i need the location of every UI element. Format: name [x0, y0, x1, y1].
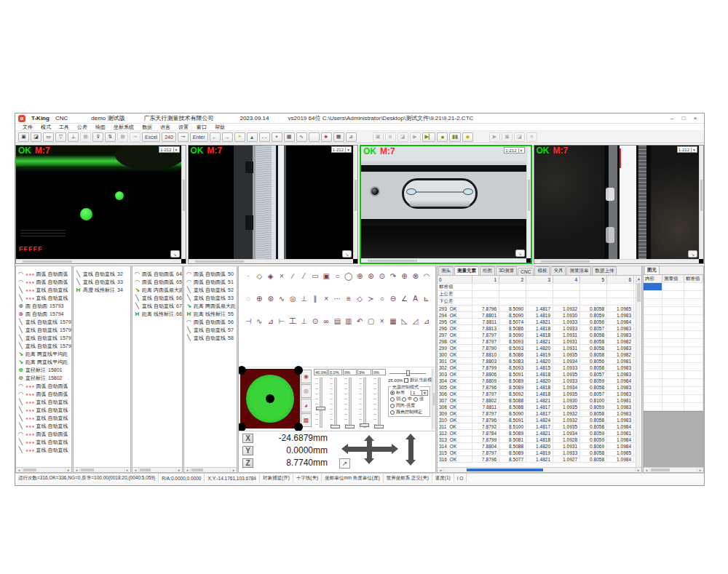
open-run-button[interactable]: ◪ — [397, 132, 408, 142]
table-special-row[interactable]: 标准值 — [438, 284, 641, 291]
menu-item[interactable]: 工具 — [59, 124, 69, 131]
element-row[interactable] — [644, 299, 703, 307]
light-slider-track[interactable] — [328, 376, 342, 429]
element-row[interactable] — [644, 387, 703, 395]
text-label-tool-icon[interactable]: A — [411, 294, 421, 303]
width-dim-tool-icon[interactable]: 工 — [288, 316, 298, 326]
scroll-left-icon[interactable]: ◂ — [132, 468, 138, 472]
zoom-out-button[interactable]: - - — [259, 132, 270, 142]
auto-line-tool-icon[interactable]: ⁄ — [299, 271, 309, 281]
minimize-button[interactable]: – — [666, 115, 678, 121]
tab-element[interactable]: 图元 — [644, 266, 660, 274]
table-special-row[interactable]: 下公差 — [438, 298, 641, 306]
report-tool-icon[interactable]: ▤ — [333, 316, 343, 326]
feature-list-item[interactable]: ╲∗∗∗直线自动直线 — [16, 446, 71, 454]
continuous-dim-tool-icon[interactable]: ∞ — [321, 316, 331, 326]
element-row[interactable] — [644, 323, 703, 331]
table-row[interactable]: 300OK7.88108.50861.48191.09350.80581.098… — [438, 351, 641, 358]
intersection-tool-icon[interactable]: × — [277, 271, 287, 281]
scroll-right-icon[interactable]: ▸ — [124, 468, 130, 472]
close-button[interactable]: × — [689, 115, 701, 121]
menu-item[interactable]: 绘图 — [95, 124, 106, 131]
curve-fit-button[interactable]: ∿ — [296, 132, 307, 142]
gear-circle-tool-icon[interactable]: ⊛ — [266, 294, 276, 303]
slope-dim-tool-icon[interactable]: ⊿ — [422, 316, 432, 326]
pen-measure-button[interactable]: ⊸ — [178, 132, 189, 142]
save-run-button[interactable]: ▣ — [373, 132, 384, 142]
camera-4-zoom-select[interactable]: 1-212▼ — [677, 146, 697, 153]
ring-light-preview[interactable] — [240, 369, 300, 428]
pause-button[interactable]: ▮▮ — [449, 132, 461, 142]
concentric-circle-tool-icon[interactable]: ⊙ — [377, 271, 387, 281]
feature-list-item[interactable]: ╲直线自动直线66 — [132, 294, 182, 302]
camera-4-hscrollbar[interactable] — [534, 259, 700, 263]
camera-2-hscrollbar[interactable] — [189, 259, 354, 263]
feature-list-3-hscrollbar[interactable]: ◂ ▸ — [132, 467, 182, 472]
menu-item[interactable]: 语言 — [160, 124, 170, 131]
circle-tool-icon[interactable]: ○ — [333, 271, 343, 281]
play-to-end-button[interactable]: ▶▏ — [422, 132, 436, 142]
menu-item[interactable]: 文件 — [23, 124, 33, 131]
menu-item[interactable]: 公差 — [77, 124, 87, 131]
scroll-left-icon[interactable]: ◂ — [438, 468, 443, 472]
camera-4-vscrollbar[interactable] — [699, 146, 703, 259]
probe-down-button[interactable]: ⊽ — [92, 132, 103, 142]
z-axis-button[interactable]: Z — [242, 458, 253, 468]
cross-intersect-tool-icon[interactable]: × — [321, 294, 331, 303]
probe-button[interactable]: ▽ — [55, 132, 66, 142]
feature-list-item[interactable]: ╲直线自动直线32 — [74, 270, 130, 278]
table-row[interactable]: 305OK7.87968.50891.48181.09340.80581.098… — [438, 384, 641, 391]
blank-button[interactable] — [309, 132, 320, 142]
undo-tool-icon[interactable]: ↶ — [355, 316, 365, 326]
feature-list-1-hscrollbar[interactable]: ◂ ▸ — [16, 467, 71, 472]
delete-tool-icon[interactable]: × — [377, 316, 387, 326]
profile-chart-button[interactable]: ⊿ — [346, 132, 357, 142]
calibrate-button[interactable]: ▦ — [80, 132, 91, 142]
export-240-button[interactable]: 240 — [162, 132, 176, 142]
feature-list-item[interactable]: ↘距离内圆弧最大距 — [132, 286, 182, 294]
replay-button[interactable]: ▶ — [489, 132, 500, 142]
feature-list-item[interactable]: ⊖直径标注15801 — [16, 366, 71, 374]
open-report-button[interactable]: ◪ — [514, 132, 525, 142]
feature-list-item[interactable]: ╲直线自动直线67 — [132, 302, 182, 310]
level-radio[interactable] — [402, 397, 406, 402]
table-row[interactable]: 299OK7.87908.50931.48201.09310.80581.098… — [438, 345, 641, 351]
feature-list-item[interactable]: ⊖直径标注15802 — [16, 374, 71, 382]
light-slider-thumb[interactable] — [316, 407, 325, 410]
taper-dim-tool-icon[interactable]: ⊿ — [266, 316, 276, 326]
light-slider-thumb[interactable] — [331, 425, 340, 428]
position-dim-tool-icon[interactable]: ⊙ — [310, 316, 320, 326]
feature-list-item[interactable]: ╲∗∗∗直线自动直线 — [16, 286, 71, 294]
table-row[interactable]: 310OK7.87968.50911.48241.09320.80581.098… — [438, 417, 641, 423]
hatch-button[interactable]: ▩ — [284, 132, 295, 142]
step-right-button[interactable]: ⇒ — [130, 132, 141, 142]
laser-cross-button[interactable]: ∗ — [321, 132, 332, 142]
tab-9[interactable]: 数据上传 — [592, 266, 617, 275]
feature-list-item[interactable]: ╲∗∗∗直线自动直线 — [16, 406, 71, 414]
color-bind-radio[interactable] — [390, 410, 395, 415]
camera-1-zoom-select[interactable]: 1-212▼ — [159, 146, 179, 153]
menu-item[interactable]: 模式 — [41, 124, 51, 131]
auto-circle-tool-icon[interactable]: ⊕ — [355, 271, 365, 281]
vee-tool-icon[interactable]: ≻ — [365, 294, 376, 303]
feature-list-item[interactable]: ╲直线自动直线15796 — [16, 326, 71, 334]
table-row[interactable]: 307OK7.88028.50881.48211.09300.81001.098… — [438, 397, 641, 404]
element-row[interactable] — [644, 283, 703, 291]
enter-button[interactable]: Enter — [190, 132, 208, 142]
scroll-left-icon[interactable]: ◂ — [184, 468, 190, 472]
element-row[interactable] — [644, 363, 703, 371]
grid-view-tool-icon[interactable]: ▦ — [388, 316, 398, 326]
auto-arc-tool-icon[interactable]: ⊕ — [399, 271, 409, 281]
table-row[interactable]: 313OK7.87998.50811.48181.09280.80591.098… — [438, 437, 641, 443]
stage-align-button[interactable]: ⊥ — [68, 132, 79, 142]
auto-rectangle-tool-icon[interactable]: ▣ — [321, 271, 331, 281]
y-axis-button[interactable]: Y — [242, 446, 253, 455]
cut-button[interactable]: ✕ — [526, 132, 537, 142]
feature-list-item[interactable]: ╲∗∗∗直线自动直线 — [16, 398, 71, 406]
feature-list-item[interactable]: ◠圆弧自动圆弧64 — [132, 270, 182, 278]
line-tool-icon[interactable]: ∕ — [288, 271, 298, 281]
image-view-button[interactable]: ▲ — [247, 132, 258, 142]
menu-item[interactable]: 数据 — [142, 124, 152, 131]
table-row[interactable]: 297OK7.87978.50901.48181.09310.80581.098… — [438, 332, 641, 338]
camera-3-hscrollbar[interactable] — [361, 258, 526, 263]
